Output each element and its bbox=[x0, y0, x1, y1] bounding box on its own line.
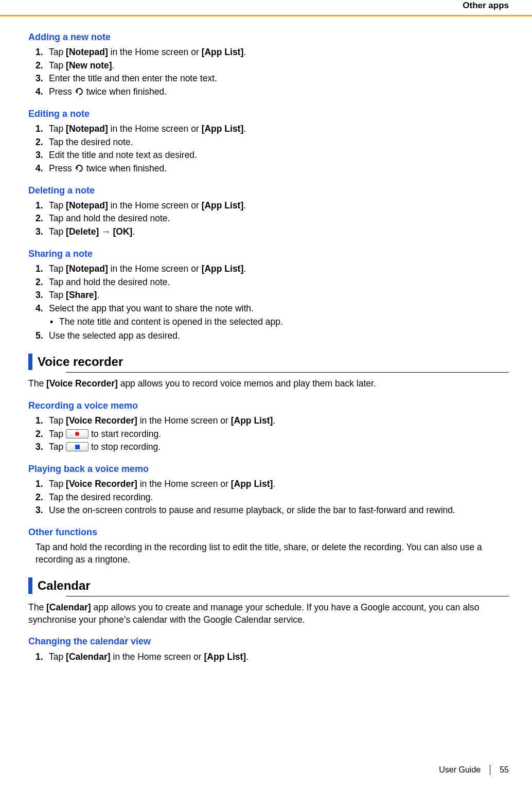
step-number: 3. bbox=[36, 226, 49, 238]
step-body: Use the on-screen controls to pause and … bbox=[49, 504, 509, 517]
step-number: 2. bbox=[36, 60, 49, 72]
step-body: Tap to start recording. bbox=[49, 428, 509, 441]
step-number: 4. bbox=[36, 86, 49, 98]
heading-playback-memo: Playing back a voice memo bbox=[28, 463, 532, 475]
record-button-icon bbox=[66, 429, 88, 438]
step-body: Edit the title and note text as desired. bbox=[49, 149, 509, 162]
step-number: 2. bbox=[36, 276, 49, 289]
heading-recording-memo: Recording a voice memo bbox=[28, 399, 532, 412]
step-body: Tap the desired recording. bbox=[49, 491, 509, 504]
step-number: 1. bbox=[36, 46, 49, 59]
step-number: 3. bbox=[36, 441, 49, 453]
step-body: Tap to stop recording. bbox=[49, 441, 509, 453]
sub-bullet-list: • The note title and content is opened i… bbox=[49, 316, 509, 328]
back-icon bbox=[75, 87, 84, 96]
step-body: Tap [Notepad] in the Home screen or [App… bbox=[49, 46, 509, 59]
step-body: Select the app that you want to share th… bbox=[49, 303, 509, 329]
step-number: 4. bbox=[36, 303, 49, 315]
step-body: Press twice when finished. bbox=[49, 163, 509, 175]
step-body: Press twice when finished. bbox=[49, 86, 509, 98]
voice-recorder-intro: The [Voice Recorder] app allows you to r… bbox=[28, 378, 532, 390]
step-body: Use the selected app as desired. bbox=[49, 330, 509, 342]
step-body: Tap the desired note. bbox=[49, 136, 509, 149]
step-body: Tap [New note]. bbox=[49, 60, 509, 72]
steps-changing-calendar-view: 1. Tap [Calendar] in the Home screen or … bbox=[28, 651, 532, 663]
page-number: 55 bbox=[500, 764, 509, 776]
stop-button-icon bbox=[66, 442, 88, 451]
heading-rule bbox=[66, 372, 509, 373]
heading-sharing-note: Sharing a note bbox=[28, 248, 532, 260]
step-number: 4. bbox=[36, 163, 49, 175]
step-body: Tap [Delete] → [OK]. bbox=[49, 226, 509, 238]
heading-voice-recorder: Voice recorder bbox=[28, 354, 532, 370]
bullet-body: The note title and content is opened in … bbox=[59, 316, 283, 328]
calendar-intro: The [Calendar] app allows you to create … bbox=[28, 602, 532, 626]
heading-adding-new-note: Adding a new note bbox=[28, 31, 532, 43]
step-number: 3. bbox=[36, 73, 49, 85]
step-body: Tap [Voice Recorder] in the Home screen … bbox=[49, 478, 509, 490]
heading-accent-bar bbox=[28, 577, 32, 594]
steps-deleting-note: 1. Tap [Notepad] in the Home screen or [… bbox=[28, 200, 532, 238]
header-rule bbox=[0, 15, 532, 16]
step-body: Tap and hold the desired note. bbox=[49, 276, 509, 289]
step-body: Tap [Voice Recorder] in the Home screen … bbox=[49, 415, 509, 427]
chapter-header: Other apps bbox=[0, 0, 532, 15]
bullet-icon: • bbox=[49, 316, 59, 328]
footer-separator bbox=[490, 765, 490, 775]
step-number: 2. bbox=[36, 136, 49, 149]
step-number: 1. bbox=[36, 415, 49, 427]
step-number: 1. bbox=[36, 200, 49, 212]
heading-deleting-note: Deleting a note bbox=[28, 184, 532, 197]
heading-other-functions: Other functions bbox=[28, 526, 532, 538]
step-number: 3. bbox=[36, 504, 49, 517]
step-number: 3. bbox=[36, 149, 49, 162]
step-number: 1. bbox=[36, 123, 49, 135]
heading-rule bbox=[66, 596, 509, 596]
steps-editing-note: 1. Tap [Notepad] in the Home screen or [… bbox=[28, 123, 532, 175]
step-number: 5. bbox=[36, 330, 49, 342]
steps-recording-memo: 1. Tap [Voice Recorder] in the Home scre… bbox=[28, 415, 532, 453]
step-number: 2. bbox=[36, 491, 49, 504]
back-icon bbox=[75, 164, 84, 173]
step-number: 2. bbox=[36, 428, 49, 441]
page-footer: User Guide 55 bbox=[439, 764, 509, 776]
step-body: Tap [Notepad] in the Home screen or [App… bbox=[49, 123, 509, 135]
heading-editing-note: Editing a note bbox=[28, 108, 532, 120]
step-number: 2. bbox=[36, 213, 49, 225]
steps-adding-new-note: 1. Tap [Notepad] in the Home screen or [… bbox=[28, 46, 532, 98]
other-functions-body: Tap and hold the recording in the record… bbox=[36, 541, 532, 566]
step-body: Tap [Notepad] in the Home screen or [App… bbox=[49, 263, 509, 275]
step-body: Tap [Notepad] in the Home screen or [App… bbox=[49, 200, 509, 212]
heading-calendar: Calendar bbox=[28, 577, 532, 594]
heading-accent-bar bbox=[28, 354, 32, 370]
footer-label: User Guide bbox=[439, 764, 481, 776]
steps-sharing-note: 1. Tap [Notepad] in the Home screen or [… bbox=[28, 263, 532, 342]
heading-changing-calendar-view: Changing the calendar view bbox=[28, 635, 532, 647]
step-body: Tap and hold the desired note. bbox=[49, 213, 509, 225]
step-body: Enter the title and then enter the note … bbox=[49, 73, 509, 85]
step-number: 1. bbox=[36, 478, 49, 490]
step-body: Tap [Calendar] in the Home screen or [Ap… bbox=[49, 651, 509, 663]
step-body: Tap [Share]. bbox=[49, 289, 509, 302]
steps-playback-memo: 1. Tap [Voice Recorder] in the Home scre… bbox=[28, 478, 532, 517]
step-number: 1. bbox=[36, 651, 49, 663]
step-number: 1. bbox=[36, 263, 49, 275]
step-number: 3. bbox=[36, 289, 49, 302]
